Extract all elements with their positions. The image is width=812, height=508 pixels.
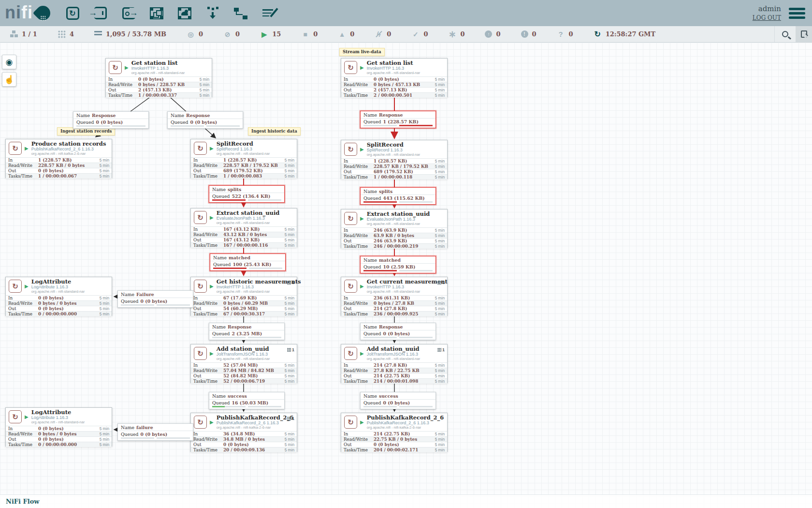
relationship-name: Response bbox=[379, 112, 403, 118]
operate-palette-button[interactable]: ☝ bbox=[2, 72, 16, 87]
connection-q-matched-mid[interactable]: Namematched Queued100 (25.43 KB) bbox=[210, 254, 286, 271]
stat-value: 689 (179.52 KB) bbox=[374, 169, 431, 174]
stat-label: Read/Write bbox=[8, 301, 38, 306]
processor-bundle: org.apache.nifi - nifi-kafka-2-6-nar bbox=[367, 425, 444, 430]
active-threads-badge: 1 bbox=[287, 280, 294, 285]
global-menu-icon[interactable] bbox=[789, 6, 805, 21]
status-value: 0 bbox=[313, 30, 318, 38]
connection-q-splits-mid[interactable]: Namesplits Queued522 (136.4 KB) bbox=[209, 185, 285, 203]
stat-row: Tasks/Time 236 / 00:00:09.925 5 min bbox=[341, 311, 447, 316]
stat-window: 5 min bbox=[281, 437, 294, 442]
processor-type-icon: ↻ bbox=[9, 280, 22, 293]
search-button[interactable] bbox=[774, 26, 796, 42]
processor-bundle: org.apache.nifi - nifi-standard-nar bbox=[217, 357, 270, 361]
stat-label: In bbox=[344, 363, 374, 368]
bulletin-panel-button[interactable] bbox=[796, 26, 812, 42]
connection-q-splits-right[interactable]: Namesplits Queued443 (115.62 KB) bbox=[360, 187, 436, 205]
refresh-icon[interactable] bbox=[594, 30, 602, 38]
processor-name: Get station list bbox=[131, 60, 185, 66]
processor-get-current-measurement[interactable]: ↻ ▶ Get current measurement InvokeHTTP 1… bbox=[341, 277, 448, 316]
stat-window: 5 min bbox=[196, 93, 209, 98]
queue-name-label: Name bbox=[121, 292, 134, 297]
connection-q-success-right[interactable]: Namesuccess Queued0 (0 bytes) bbox=[360, 392, 436, 409]
refresh-time: 12:58:27 GMT bbox=[606, 30, 656, 38]
logout-link[interactable]: LOG OUT bbox=[753, 15, 781, 21]
processor-type: PublishKafkaRecord_2_6 1.16.3 bbox=[217, 420, 294, 425]
processor-log-attribute-2[interactable]: ↻ ▶ LogAttribute LogAttribute 1.16.3 org… bbox=[5, 407, 112, 447]
queued-value: 16 (50.03 MB) bbox=[232, 400, 268, 405]
stat-row: Read/Write 0 bytes / 228.57 KB 5 min bbox=[106, 82, 212, 87]
drag-output-port-tool[interactable] bbox=[119, 4, 138, 22]
drag-process-group-tool[interactable] bbox=[147, 4, 166, 22]
drag-label-tool[interactable] bbox=[259, 4, 278, 22]
drag-template-tool[interactable] bbox=[231, 4, 250, 22]
stat-window: 5 min bbox=[196, 88, 209, 92]
stat-value: 0 (0 bytes) bbox=[374, 442, 431, 447]
connection-q-success-mid[interactable]: Namesuccess Queued16 (50.03 MB) bbox=[209, 392, 285, 409]
processor-produce-station-records[interactable]: ↻ ▶ Produce station records PublishKafka… bbox=[5, 139, 112, 178]
processor-split-record-mid[interactable]: ↻ ▶ SplitRecord SplitRecord 1.16.3 org.a… bbox=[190, 139, 297, 178]
stopped-icon bbox=[301, 30, 309, 38]
connection-q-response-to-produce[interactable]: NameResponse Queued0 (0 bytes) bbox=[73, 111, 149, 129]
connection-q-response-historic[interactable]: NameResponse Queued2 (3.25 MB) bbox=[209, 323, 285, 340]
processor-log-attribute-1[interactable]: ↻ ▶ LogAttribute LogAttribute 1.16.3 org… bbox=[5, 277, 112, 316]
stat-label: Out bbox=[344, 374, 374, 378]
stat-value: 34.8 MB / 0 bytes bbox=[223, 437, 281, 442]
connection-q-matched-right[interactable]: Namematched Queued10 (2.59 KB) bbox=[360, 256, 436, 273]
backpressure-bar bbox=[112, 125, 145, 127]
flow-canvas[interactable]: ◉ ☝ Ingest station recordsIngest histori… bbox=[0, 43, 812, 508]
stat-label: Read/Write bbox=[193, 437, 223, 442]
connection-q-response-to-split-mid[interactable]: NameResponse Queued0 (0 bytes) bbox=[167, 111, 243, 129]
connection-q-failure-publish[interactable]: Namefailure Queued0 (0 bytes) bbox=[117, 423, 193, 441]
processor-extract-station-uuid-right[interactable]: ↻ ▶ Extract station_uuid EvaluateJsonPat… bbox=[341, 209, 448, 248]
processor-split-record-right[interactable]: ↻ ▶ SplitRecord SplitRecord 1.16.3 org.a… bbox=[341, 140, 448, 179]
stat-label: In bbox=[344, 228, 374, 233]
processor-add-station-uuid-mid[interactable]: ↻ ▶ Add station_uuid JoltTransformJSON 1… bbox=[190, 344, 297, 383]
stat-value: 228.57 KB / 179.52 KB bbox=[374, 164, 431, 169]
nifi-logo: nifi bbox=[5, 4, 50, 21]
stat-label: Tasks/Time bbox=[108, 93, 138, 98]
processor-bundle: org.apache.nifi - nifi-standard-nar bbox=[367, 357, 420, 361]
backpressure-bar bbox=[249, 268, 282, 269]
connection-q-failure-historic[interactable]: NameFailure Queued0 (0 bytes) bbox=[117, 290, 193, 308]
status-value: 1,095 / 53.78 MB bbox=[106, 30, 166, 38]
connection-q-response-current[interactable]: NameResponse Queued0 (0 bytes) bbox=[360, 323, 436, 340]
processor-bundle: org.apache.nifi - nifi-kafka-2-6-nar bbox=[217, 425, 294, 430]
processor-type-icon: ↻ bbox=[194, 347, 207, 360]
drag-processor-tool[interactable]: ↻ bbox=[63, 4, 82, 22]
drag-remote-process-group-tool[interactable] bbox=[175, 4, 194, 22]
stat-label: In bbox=[193, 432, 223, 436]
navigate-palette-button[interactable]: ◉ bbox=[2, 55, 16, 69]
processor-publish-kafka-mid[interactable]: ↻ ▶ PublishKafkaRecord_2_6 PublishKafkaR… bbox=[190, 413, 297, 452]
breadcrumb[interactable]: NiFi Flow bbox=[6, 498, 40, 505]
queued-value: 0 (0 bytes) bbox=[383, 400, 410, 405]
processor-extract-station-uuid-mid[interactable]: ↻ ▶ Extract station_uuid EvaluateJsonPat… bbox=[190, 208, 297, 247]
connection-q-response-to-split-right[interactable]: NameResponse Queued1 (228.57 KB) bbox=[360, 111, 436, 128]
relationship-name: Response bbox=[379, 324, 403, 329]
stat-row: Tasks/Time 0 / 00:00:00.000 5 min bbox=[6, 442, 112, 447]
processor-add-station-uuid-right[interactable]: ↻ ▶ Add station_uuid JoltTransformJSON 1… bbox=[341, 344, 448, 383]
status-value: 1 / 1 bbox=[22, 30, 37, 38]
processor-name: PublishKafkaRecord_2_6 bbox=[217, 415, 294, 420]
label-stream-live-data[interactable]: Stream live-data bbox=[339, 48, 385, 56]
stat-value: 214 (22.75 KB) bbox=[374, 374, 431, 378]
drag-funnel-tool[interactable] bbox=[203, 4, 222, 22]
stat-window: 5 min bbox=[431, 169, 445, 174]
stat-value: 214 (27.8 KB) bbox=[374, 363, 431, 368]
stat-window: 5 min bbox=[431, 448, 445, 452]
stat-window: 5 min bbox=[96, 301, 109, 306]
run-status-icon: ▶ bbox=[360, 65, 364, 70]
drag-input-port-tool[interactable] bbox=[91, 4, 110, 22]
flow-status-bar: 1 / 141,095 / 53.78 MB001500000↑0!00 12:… bbox=[0, 26, 812, 43]
processor-publish-kafka-right[interactable]: ↻ ▶ PublishKafkaRecord_2_6 PublishKafkaR… bbox=[341, 413, 448, 452]
processor-get-station-list-right[interactable]: ↻ ▶ Get station list InvokeHTTP 1.16.3 o… bbox=[341, 58, 448, 97]
stat-row: Out 0 (0 bytes) 5 min bbox=[6, 306, 112, 311]
stat-row: Out 2 (457.13 KB) 5 min bbox=[106, 87, 212, 92]
run-status-icon: ▶ bbox=[210, 419, 214, 425]
processor-get-historic-measurements[interactable]: ↻ ▶ Get historic measurements InvokeHTTP… bbox=[190, 277, 297, 316]
label-ingest-historic-data[interactable]: Ingest historic data bbox=[248, 127, 301, 135]
processor-get-station-list-mid[interactable]: ↻ ▶ Get station list InvokeHTTP 1.16.3 o… bbox=[105, 58, 212, 97]
processor-header: ↻ ▶ Get station list InvokeHTTP 1.16.3 o… bbox=[106, 59, 212, 76]
stat-label: In bbox=[193, 227, 223, 232]
run-status-icon: ▶ bbox=[25, 284, 29, 289]
